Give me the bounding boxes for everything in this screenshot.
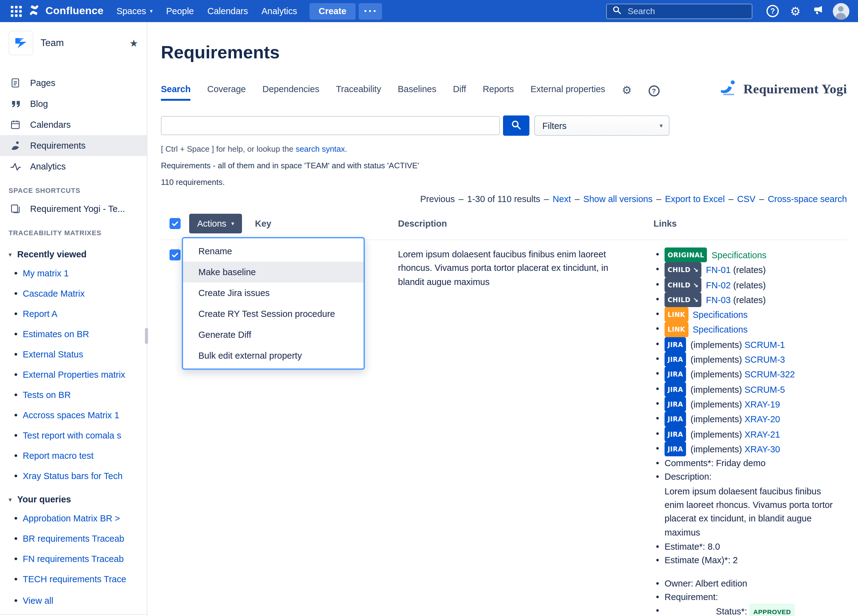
menu-item-generate-diff[interactable]: Generate Diff [183, 324, 364, 345]
sidebar-link[interactable]: My matrix 1 [23, 268, 69, 278]
sidebar-link[interactable]: Report macro test [23, 451, 94, 460]
chevron-down-icon: ▾ [9, 496, 12, 503]
requirement-link[interactable]: SCRUM-1 [745, 340, 785, 350]
requirement-link[interactable]: Specifications [692, 310, 748, 320]
sidebar-link[interactable]: Test report with comala s [23, 431, 121, 440]
favourite-star-icon[interactable]: ★ [129, 37, 138, 49]
sidebar-group-header-your-queries[interactable]: ▾Your queries [0, 486, 147, 507]
tab-help-button[interactable]: ? [648, 86, 659, 101]
list-item: Accross spaces Matrix 1 [0, 405, 147, 425]
requirement-link[interactable]: XRAY-21 [745, 429, 780, 439]
sidebar-group-header-recently-viewed[interactable]: ▾Recently viewed [0, 241, 147, 261]
select-all-checkbox[interactable] [169, 218, 180, 229]
link-item: ORIGINALSpecifications [653, 247, 844, 263]
sidebar-link[interactable]: Cascade Matrix [23, 289, 84, 299]
sidebar-link[interactable]: External Status [23, 350, 83, 359]
requirement-link[interactable]: XRAY-19 [745, 400, 780, 409]
requirement-link[interactable]: XRAY-20 [745, 415, 780, 425]
pagination-separator: – [656, 194, 661, 204]
tab-external-properties[interactable]: External properties [530, 84, 605, 101]
links-list: ORIGINALSpecificationsCHILD ↘FN-01 (rela… [653, 247, 844, 616]
row-checkbox[interactable] [169, 249, 180, 260]
help-icon: ? [766, 5, 779, 17]
requirement-link[interactable]: XRAY-30 [745, 444, 780, 454]
menu-item-create-jira-issues[interactable]: Create Jira issues [183, 283, 364, 303]
tab-diff[interactable]: Diff [453, 84, 466, 101]
tab-search[interactable]: Search [161, 84, 191, 101]
column-header-description: Description [384, 219, 640, 229]
sidebar-resize-handle[interactable] [145, 328, 148, 344]
pagination-separator: – [459, 194, 463, 204]
view-all-link[interactable]: View all [23, 596, 53, 605]
tab-dependencies[interactable]: Dependencies [263, 84, 319, 101]
filters-dropdown[interactable]: Filters ▾ [534, 115, 670, 136]
sidebar-link[interactable]: Xray Status bars for Tech [23, 471, 123, 481]
sidebar-link[interactable]: TECH requirements Trace [23, 574, 126, 584]
requirement-link[interactable]: FN-02 [706, 280, 731, 290]
more-options-button[interactable]: ••• [359, 3, 382, 19]
link-item: JIRA(implements) XRAY-20 [653, 412, 844, 427]
requirement-link[interactable]: SCRUM-3 [745, 355, 785, 364]
pagination-link-show-all-versions[interactable]: Show all versions [583, 194, 653, 204]
space-tools[interactable]: ⚙ Space tools [0, 614, 147, 616]
pagination-link-cross-space-search[interactable]: Cross-space search [768, 194, 847, 204]
global-search-input[interactable] [626, 6, 746, 17]
sidebar-link[interactable]: External Properties matrix [23, 370, 125, 380]
topbar-nav-calendars[interactable]: Calendars [201, 0, 255, 22]
tab-coverage[interactable]: Coverage [207, 84, 246, 101]
profile-button[interactable] [831, 1, 851, 21]
confluence-logo[interactable]: Confluence [27, 3, 104, 19]
requirement-link[interactable]: Specifications [692, 325, 748, 335]
help-icon: ? [648, 86, 659, 96]
sidebar-group-title: Your queries [17, 495, 71, 504]
sidebar-item-requirements[interactable]: Requirements [0, 135, 147, 156]
announcement-button[interactable] [808, 1, 828, 21]
app-switcher-icon[interactable] [7, 2, 25, 20]
child-badge: CHILD ↘ [665, 292, 702, 307]
search-button[interactable] [503, 115, 529, 136]
pagination-link-export-to-excel[interactable]: Export to Excel [665, 194, 725, 204]
settings-button[interactable]: ⚙ [785, 1, 805, 21]
global-search[interactable] [606, 3, 752, 19]
sidebar-link[interactable]: Approbation Matrix BR > [23, 513, 120, 523]
requirement-link[interactable]: FN-01 [706, 265, 731, 275]
topbar-nav-spaces[interactable]: Spaces▾ [110, 0, 159, 22]
column-header-links: Links [640, 219, 847, 229]
sidebar-link[interactable]: FN requirements Traceab [23, 554, 124, 564]
tab-settings-button[interactable]: ⚙ [622, 84, 632, 101]
requirement-link[interactable]: Specifications [712, 250, 766, 260]
menu-item-bulk-edit-external-property[interactable]: Bulk edit external property [183, 345, 364, 366]
pagination-link-next[interactable]: Next [553, 194, 571, 204]
create-button[interactable]: Create [309, 3, 356, 19]
sidebar-link[interactable]: Tests on BR [23, 390, 71, 400]
requirement-link[interactable]: FN-03 [706, 295, 731, 305]
sidebar-item-calendars[interactable]: Calendars [0, 114, 147, 135]
actions-button[interactable]: Actions ▾ [189, 214, 242, 233]
help-button[interactable]: ? [763, 1, 782, 21]
pagination-link-csv[interactable]: CSV [737, 194, 755, 204]
sidebar-item-requirement-yogi-shortcut[interactable]: Requirement Yogi - Te... [0, 198, 147, 219]
sidebar-link[interactable]: BR requirements Traceab [23, 534, 124, 543]
requirement-link[interactable]: SCRUM-5 [745, 384, 785, 394]
sidebar-link[interactable]: Estimates on BR [23, 329, 89, 339]
tab-traceability[interactable]: Traceability [336, 84, 381, 101]
menu-item-rename[interactable]: Rename [183, 241, 364, 261]
search-syntax-link[interactable]: search syntax [296, 144, 345, 154]
sidebar-item-pages[interactable]: Pages [0, 73, 147, 93]
tab-baselines[interactable]: Baselines [398, 84, 436, 101]
gear-icon: ⚙ [622, 84, 632, 96]
child-badge: CHILD ↘ [665, 277, 702, 292]
space-header[interactable]: Team ★ [0, 30, 147, 55]
menu-item-make-baseline[interactable]: Make baseline [183, 261, 364, 283]
page-title: Requirements [161, 40, 847, 64]
menu-item-create-ry-test-session-procedure[interactable]: Create RY Test Session procedure [183, 303, 364, 324]
topbar-nav-people[interactable]: People [159, 0, 201, 22]
sidebar-item-blog[interactable]: Blog [0, 93, 147, 114]
sidebar-link[interactable]: Report A [23, 309, 58, 319]
requirement-link[interactable]: SCRUM-322 [745, 370, 795, 380]
topbar-nav-analytics[interactable]: Analytics [255, 0, 304, 22]
sidebar-link[interactable]: Accross spaces Matrix 1 [23, 410, 119, 420]
sidebar-item-analytics[interactable]: Analytics [0, 156, 147, 177]
requirements-search-input[interactable] [161, 116, 500, 135]
tab-reports[interactable]: Reports [483, 84, 514, 101]
